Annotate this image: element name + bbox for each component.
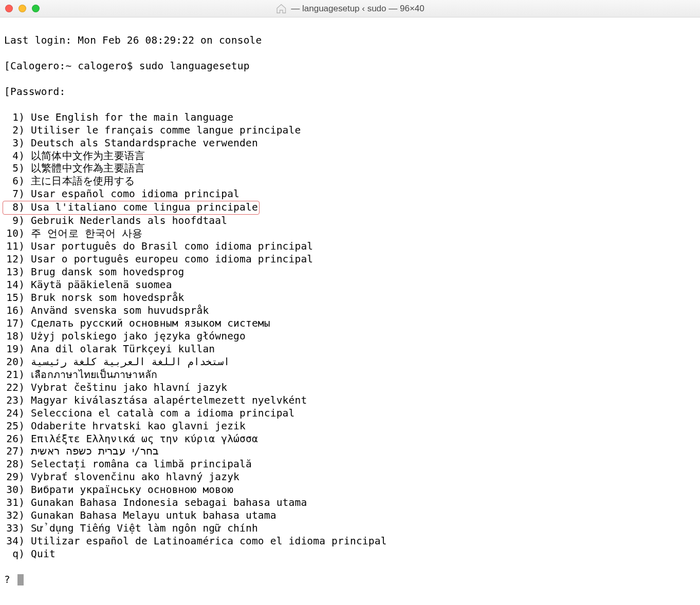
maximize-button[interactable] — [32, 5, 40, 12]
option-text: เลือกภาษาไทยเป็นภาษาหลัก — [31, 369, 157, 381]
option-text: Сделать русский основным языком системы — [31, 317, 270, 329]
language-option: q) Quit — [4, 548, 696, 561]
prompt-line: [Calogero:~ calogero$ sudo languagesetup — [4, 60, 696, 73]
option-text: Επιλέξτε Ελληνικά ως την κύρια γλώσσα — [31, 433, 258, 445]
option-text: Deutsch als Standardsprache verwenden — [31, 137, 258, 149]
title-center: — languagesetup ‹ sudo — 96×40 — [275, 3, 424, 14]
option-text: Bruk norsk som hovedspråk — [31, 292, 185, 304]
option-text: Ana dil olarak Türkçeyi kullan — [31, 343, 215, 355]
option-number: q — [4, 548, 19, 561]
option-number: 27 — [4, 445, 19, 458]
option-number: 21 — [4, 369, 19, 382]
option-text: Utilizar español de Latinoamérica como e… — [31, 535, 387, 547]
window-title: — languagesetup ‹ sudo — 96×40 — [291, 4, 424, 14]
option-text: Sử dụng Tiếng Việt làm ngôn ngữ chính — [31, 522, 258, 534]
language-option: 1) Use English for the main language — [4, 111, 696, 124]
option-text: Magyar kiválasztása alapértelmezett nyel… — [31, 394, 307, 406]
language-option: 21) เลือกภาษาไทยเป็นภาษาหลัก — [4, 369, 696, 382]
prompt-char: ? — [4, 574, 10, 585]
language-option: 34) Utilizar español de Latinoamérica co… — [4, 535, 696, 548]
option-text: Quit — [31, 548, 56, 560]
last-login-line: Last login: Mon Feb 26 08:29:22 on conso… — [4, 34, 696, 47]
option-number: 26 — [4, 433, 19, 446]
option-text: 主に日本語を使用する — [31, 175, 135, 187]
option-number: 15 — [4, 292, 19, 305]
language-option: 22) Vybrat češtinu jako hlavní jazyk — [4, 382, 696, 394]
language-option: 12) Usar o português europeu como idioma… — [4, 253, 696, 266]
option-number: 2 — [4, 124, 19, 137]
option-text: 주 언어로 한국어 사용 — [31, 228, 143, 239]
language-option: 4) 以简体中文作为主要语言 — [4, 150, 696, 163]
option-text: בחר/י עברית כשפה ראשית — [31, 445, 159, 457]
option-text: 以简体中文作为主要语言 — [31, 150, 145, 162]
language-option: 24) Selecciona el català com a idioma pr… — [4, 407, 696, 420]
terminal-content[interactable]: Last login: Mon Feb 26 08:29:22 on conso… — [0, 17, 700, 603]
minimize-button[interactable] — [19, 5, 26, 12]
option-text: Käytä pääkielenä suomea — [31, 279, 172, 291]
language-option: 6) 主に日本語を使用する — [4, 175, 696, 188]
option-number: 6 — [4, 175, 19, 188]
language-option: 14) Käytä pääkielenä suomea — [4, 279, 696, 292]
option-text: Selecciona el català com a idioma princi… — [31, 407, 294, 419]
language-option: 18) Użyj polskiego jako języka głównego — [4, 330, 696, 343]
password-label: Password: — [10, 86, 65, 98]
option-number: 11 — [4, 240, 19, 253]
cursor — [17, 574, 24, 585]
language-option: 3) Deutsch als Standardsprache verwenden — [4, 137, 696, 150]
option-text: Selectați româna ca limbă principală — [31, 458, 252, 470]
language-option: 31) Gunakan Bahasa Indonesia sebagai bah… — [4, 497, 696, 509]
command-text: Calogero:~ calogero$ sudo languagesetup — [10, 60, 250, 72]
language-option: 30) Вибрати українську основною мовою — [4, 484, 696, 497]
option-number: 31 — [4, 497, 19, 509]
option-number: 17 — [4, 317, 19, 330]
option-number: 25 — [4, 420, 19, 433]
option-number: 10 — [4, 228, 19, 240]
password-line: [Password: — [4, 86, 696, 99]
option-text: Use English for the main language — [31, 111, 233, 123]
language-option: 13) Brug dansk som hovedsprog — [4, 266, 696, 279]
option-number: 16 — [4, 305, 19, 317]
option-number: 13 — [4, 266, 19, 279]
option-number: 3 — [4, 137, 19, 150]
language-option: 27) בחר/י עברית כשפה ראשית — [4, 445, 696, 458]
option-number: 28 — [4, 458, 19, 471]
language-option: 9) Gebruik Nederlands als hoofdtaal — [4, 215, 696, 228]
option-text: Gunakan Bahasa Melayu untuk bahasa utama — [31, 509, 277, 521]
highlighted-option: 8) Usa l'italiano come lingua principale — [3, 201, 260, 215]
option-number: 8 — [4, 201, 19, 214]
option-text: Usar o português europeu como idioma pri… — [31, 253, 313, 265]
option-text: Vybrat češtinu jako hlavní jazyk — [31, 382, 227, 393]
language-options-list: 1) Use English for the main language 2) … — [4, 111, 696, 561]
option-number: 33 — [4, 522, 19, 535]
language-option: 23) Magyar kiválasztása alapértelmezett … — [4, 394, 696, 407]
option-number: 12 — [4, 253, 19, 266]
home-icon — [275, 3, 287, 14]
option-text: Usar español como idioma principal — [31, 188, 240, 200]
option-text: Utiliser le français comme langue princi… — [31, 124, 301, 136]
close-button[interactable] — [5, 5, 13, 12]
option-number: 19 — [4, 343, 19, 356]
language-option: 32) Gunakan Bahasa Melayu untuk bahasa u… — [4, 509, 696, 522]
option-number: 4 — [4, 150, 19, 163]
option-text: Użyj polskiego jako języka głównego — [31, 330, 246, 342]
option-number: 20 — [4, 356, 19, 369]
option-number: 30 — [4, 484, 19, 497]
input-prompt[interactable]: ? — [4, 574, 696, 587]
language-option: 7) Usar español como idioma principal — [4, 188, 696, 201]
language-option: 2) Utiliser le français comme langue pri… — [4, 124, 696, 137]
language-option: 16) Använd svenska som huvudspråk — [4, 305, 696, 317]
option-number: 23 — [4, 394, 19, 407]
language-option: 28) Selectați româna ca limbă principală — [4, 458, 696, 471]
language-option: 26) Επιλέξτε Ελληνικά ως την κύρια γλώσσ… — [4, 433, 696, 446]
option-text: 以繁體中文作為主要語言 — [31, 162, 145, 174]
option-text: استخدام اللغة العربية كلغة رئيسية — [31, 356, 230, 368]
option-text: Вибрати українську основною мовою — [31, 484, 233, 496]
option-text: Odaberite hrvatski kao glavni jezik — [31, 420, 246, 432]
language-option: 19) Ana dil olarak Türkçeyi kullan — [4, 343, 696, 356]
option-number: 9 — [4, 215, 19, 228]
language-option: 20) استخدام اللغة العربية كلغة رئيسية — [4, 356, 696, 369]
language-option: 17) Сделать русский основным языком сист… — [4, 317, 696, 330]
option-number: 24 — [4, 407, 19, 420]
option-number: 7 — [4, 188, 19, 201]
option-text: Gebruik Nederlands als hoofdtaal — [31, 215, 227, 226]
